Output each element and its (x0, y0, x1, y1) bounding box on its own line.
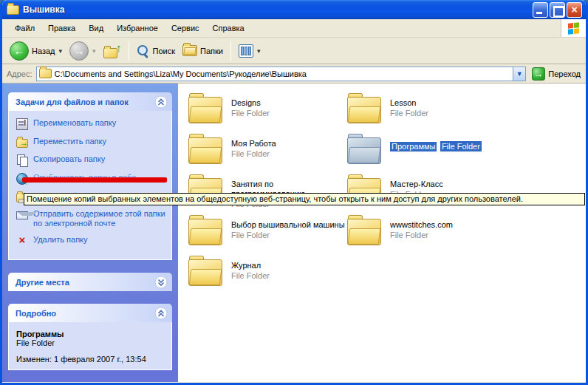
forward-button[interactable]: → ▾ (66, 40, 99, 62)
folder-type: File Folder (390, 230, 453, 240)
folder-item-wwwstitches[interactable]: wwwstitches.com File Folder (347, 216, 506, 256)
forward-arrow-icon: → (69, 41, 89, 61)
folders-icon (182, 45, 197, 56)
folder-icon-selected (347, 137, 381, 164)
menu-file[interactable]: Файл (8, 21, 41, 35)
address-combo[interactable]: C:\Documents and Settings\Liza\My Docume… (36, 67, 527, 81)
folder-type: File Folder (440, 141, 482, 151)
folder-icon (188, 219, 222, 245)
email-icon (16, 211, 28, 219)
minimize-button[interactable] (533, 2, 548, 18)
other-places-header[interactable]: Другие места (8, 273, 172, 291)
address-path[interactable]: C:\Documents and Settings\Liza\My Docume… (55, 69, 510, 78)
folders-label: Папки (200, 47, 223, 55)
views-button[interactable]: ▾ (236, 43, 264, 59)
go-button[interactable]: → Переход (530, 67, 583, 81)
folder-item-moya-rabota[interactable]: Моя Работа File Folder (188, 134, 347, 175)
explorer-window: Вышивка × Файл Правка Вид Избранное Серв… (0, 0, 588, 385)
task-delete-folder[interactable]: × Удалить папку (16, 235, 167, 247)
task-copy-folder[interactable]: Скопировать папку (16, 154, 167, 166)
task-rename-folder[interactable]: Переименовать папку (16, 118, 167, 130)
menu-edit[interactable]: Правка (41, 21, 82, 35)
views-icon (239, 44, 253, 58)
folder-type: File Folder (231, 270, 270, 281)
folder-name: Lesson (390, 98, 428, 108)
selected-item-type: File Folder (16, 338, 167, 347)
folder-icon (347, 219, 381, 245)
up-button[interactable]: ↑ (100, 42, 124, 60)
folder-type: File Folder (231, 108, 270, 118)
folder-name: Журнал (231, 261, 270, 270)
folder-item-vybor-mashiny[interactable]: Выбор вышивальной машины File Folder (188, 216, 347, 256)
menu-tools[interactable]: Сервис (165, 21, 206, 35)
tasks-panel-header[interactable]: Задачи для файлов и папок (8, 92, 172, 111)
toolbar-separator (129, 41, 129, 61)
back-dropdown-icon[interactable]: ▾ (59, 47, 63, 55)
folder-item-lesson[interactable]: Lesson File Folder (347, 94, 506, 134)
content-area: Задачи для файлов и папок Переименовать … (2, 84, 586, 382)
search-label: Поиск (153, 47, 175, 55)
menu-view[interactable]: Вид (82, 21, 110, 35)
move-folder-icon (16, 139, 28, 148)
task-move-folder[interactable]: Переместить папку (16, 137, 167, 148)
close-button[interactable]: × (567, 2, 582, 18)
folder-name: Выбор вышивальной машины (231, 220, 345, 230)
details-header[interactable]: Подробно (8, 304, 172, 322)
back-button[interactable]: ← Назад ▾ (7, 40, 65, 62)
task-email-folder[interactable]: Отправить содержимое этой папки по элект… (16, 209, 167, 228)
address-label: Адрес: (7, 69, 33, 78)
folder-icon (188, 259, 222, 286)
folder-icon (188, 97, 222, 123)
address-dropdown-button[interactable]: ▼ (513, 67, 525, 81)
menu-help[interactable]: Справка (206, 21, 251, 35)
delete-icon: × (16, 235, 28, 247)
selected-item-name: Программы (16, 330, 167, 338)
other-places-title: Другие места (16, 278, 69, 287)
folder-name: wwwstitches.com (390, 220, 453, 230)
windows-flag-icon (568, 22, 579, 35)
details-title: Подробно (16, 309, 56, 318)
folder-item-programmy-selected[interactable]: Программы File Folder (347, 134, 506, 175)
window-folder-icon (7, 5, 19, 15)
file-list-area: Designs File Folder Lesson File Folder М… (178, 84, 586, 382)
forward-dropdown-icon[interactable]: ▾ (92, 47, 96, 55)
folder-name: Программы (390, 142, 437, 151)
folder-item-zhurnal[interactable]: Журнал File Folder (188, 256, 347, 297)
folder-name: Моя Работа (231, 139, 276, 149)
folder-type: File Folder (231, 230, 345, 240)
search-icon (137, 44, 150, 58)
folder-icon (188, 137, 222, 164)
menu-favorites[interactable]: Избранное (110, 21, 165, 35)
expand-chevron-icon[interactable] (154, 276, 168, 289)
search-button[interactable]: Поиск (134, 43, 178, 59)
back-label: Назад (32, 47, 55, 55)
folder-icon (347, 97, 381, 123)
toolbar-separator (230, 41, 231, 61)
red-underline-annotation (22, 177, 167, 183)
details-panel: Подробно Программы File Folder Изменен: … (8, 304, 172, 370)
folder-type: File Folder (390, 108, 428, 118)
views-dropdown-icon[interactable]: ▾ (257, 47, 261, 55)
collapse-chevron-icon[interactable] (154, 307, 168, 320)
task-pane: Задачи для файлов и папок Переименовать … (2, 84, 178, 382)
folders-button[interactable]: Папки (180, 44, 226, 58)
windows-logo (561, 19, 586, 37)
address-bar: Адрес: C:\Documents and Settings\Liza\My… (2, 64, 586, 84)
title-bar[interactable]: Вышивка × (2, 0, 586, 19)
folder-type: File Folder (231, 149, 276, 159)
file-folder-tasks-panel: Задачи для файлов и папок Переименовать … (8, 92, 172, 260)
copy-icon (16, 154, 28, 166)
toolbar: ← Назад ▾ → ▾ ↑ Поиск Папки ▾ (2, 38, 586, 64)
collapse-chevron-icon[interactable] (154, 95, 168, 109)
maximize-button[interactable] (550, 2, 565, 18)
go-label: Переход (548, 69, 581, 78)
other-places-panel: Другие места (8, 273, 172, 291)
folder-name: Designs (231, 98, 270, 108)
up-folder-icon: ↑ (103, 44, 121, 58)
window-title: Вышивка (23, 4, 529, 15)
back-arrow-icon: ← (10, 41, 29, 61)
rename-icon (16, 118, 28, 130)
folder-item-designs[interactable]: Designs File Folder (188, 94, 347, 134)
publish-tooltip: Помещение копий выбранных элементов на о… (24, 193, 585, 205)
menu-bar: Файл Правка Вид Избранное Сервис Справка (2, 19, 586, 38)
